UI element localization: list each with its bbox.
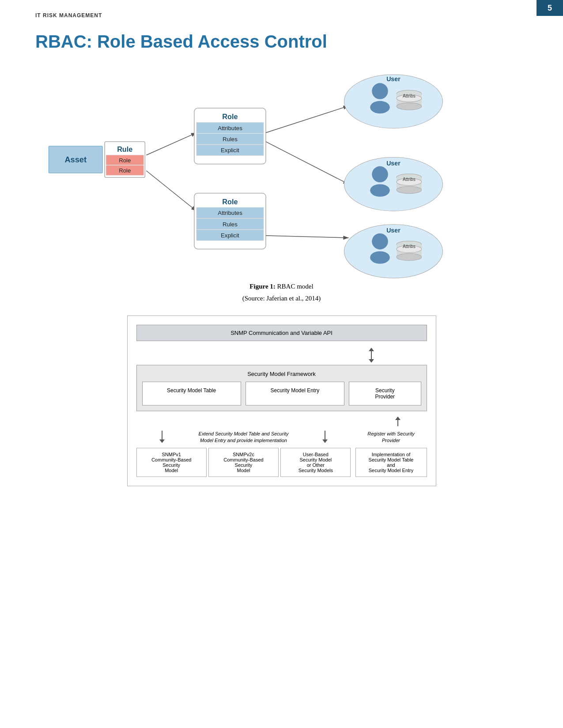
svg-text:User: User: [386, 75, 401, 83]
page-number: 5: [537, 0, 563, 16]
svg-point-52: [397, 254, 422, 261]
svg-text:Rules: Rules: [223, 136, 238, 143]
security-provider-box: SecurityProvider: [349, 382, 421, 405]
svg-text:Role: Role: [222, 198, 238, 206]
impl-user-based: User-BasedSecurity Modelor OtherSecurity…: [280, 448, 351, 477]
svg-point-49: [370, 251, 390, 263]
source-caption: (Source: Jaferian et al., 2014): [35, 295, 528, 302]
snmp-diagram: SNMP Communication and Variable API Secu…: [127, 315, 436, 486]
security-model-table-box: Security Model Table: [142, 382, 241, 405]
svg-point-43: [397, 186, 422, 193]
snmp-framework: Security Model Framework Security Model …: [136, 365, 427, 411]
rbac-title: RBAC: Role Based Access Control: [35, 32, 528, 52]
svg-text:Attribs: Attribs: [403, 94, 416, 98]
svg-text:Role: Role: [119, 167, 131, 174]
impl-snmpv1: SNMPv1Community-BasedSecurityModel: [136, 448, 207, 477]
page-header: IT RISK MANAGEMENT: [0, 0, 563, 19]
svg-point-39: [372, 166, 388, 182]
svg-point-31: [370, 101, 390, 113]
security-model-entry-box: Security Model Entry: [246, 382, 344, 405]
svg-point-29: [344, 75, 442, 128]
figure-caption: Figure 1: RBAC model: [35, 283, 528, 290]
framework-label: Security Model Framework: [142, 371, 421, 377]
snmp-top-bar: SNMP Communication and Variable API: [136, 325, 427, 341]
svg-text:User: User: [386, 160, 401, 167]
svg-point-34: [397, 103, 422, 110]
svg-text:Attribs: Attribs: [403, 244, 416, 249]
svg-point-48: [372, 233, 388, 249]
svg-text:Attributes: Attributes: [218, 125, 242, 131]
svg-point-30: [372, 83, 388, 99]
impl-security-model: Implementation ofSecurity Model Tableand…: [355, 448, 427, 477]
svg-text:User: User: [386, 227, 401, 234]
svg-text:Rule: Rule: [117, 145, 132, 153]
svg-text:Asset: Asset: [64, 155, 87, 164]
svg-line-9: [146, 171, 196, 211]
svg-text:Explicit: Explicit: [221, 147, 239, 154]
svg-text:Attribs: Attribs: [403, 177, 416, 182]
extend-label: Extend Security Model Table and Security…: [199, 431, 289, 443]
svg-text:Attributes: Attributes: [218, 210, 242, 216]
svg-line-28: [266, 236, 349, 238]
register-label: Register with SecurityProvider: [367, 431, 414, 443]
svg-line-27: [266, 142, 349, 184]
rbac-diagram: Asset Rule Role Role Role Attributes Rul…: [35, 60, 528, 281]
svg-text:Explicit: Explicit: [221, 232, 239, 239]
impl-snmpv2c: SNMPv2cCommunity-BasedSecurityModel: [208, 448, 279, 477]
svg-text:Role: Role: [119, 157, 131, 164]
svg-text:Role: Role: [222, 113, 238, 120]
svg-point-40: [370, 184, 390, 196]
svg-line-26: [266, 106, 349, 133]
svg-text:Rules: Rules: [223, 221, 238, 228]
svg-line-8: [146, 133, 196, 155]
